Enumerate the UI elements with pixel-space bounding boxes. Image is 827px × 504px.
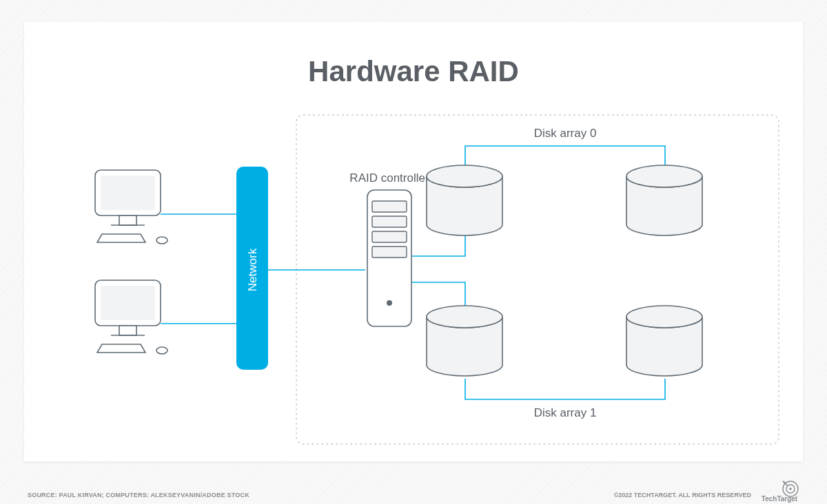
label-raid-controller: RAID controller xyxy=(349,171,429,185)
disk-top-right-icon xyxy=(626,165,702,235)
disk-bottom-right-icon xyxy=(626,306,702,376)
svg-rect-17 xyxy=(119,326,136,335)
svg-point-19 xyxy=(156,347,167,354)
diagram-stage: Disk array 0 Disk array 1 RAID controlle… xyxy=(24,22,803,461)
bracket-array1 xyxy=(465,379,665,399)
svg-point-7 xyxy=(626,165,702,187)
label-network: Network xyxy=(246,248,259,291)
svg-point-14 xyxy=(156,237,167,244)
svg-rect-4 xyxy=(372,246,407,258)
svg-point-6 xyxy=(427,165,502,187)
svg-rect-3 xyxy=(372,231,407,242)
svg-rect-16 xyxy=(101,286,155,320)
svg-text:TechTarget: TechTarget xyxy=(762,495,798,503)
label-disk-array-1: Disk array 1 xyxy=(534,406,597,419)
techtarget-logo: TechTarget xyxy=(756,479,803,503)
svg-rect-1 xyxy=(372,201,407,212)
svg-point-22 xyxy=(789,487,792,490)
svg-rect-12 xyxy=(119,216,136,225)
label-disk-array-0: Disk array 0 xyxy=(534,127,597,140)
svg-point-8 xyxy=(427,306,502,328)
disk-bottom-left-icon xyxy=(427,306,502,376)
computer-bottom-icon xyxy=(95,280,167,354)
bracket-array0 xyxy=(465,146,665,167)
disk-top-left-icon xyxy=(427,165,502,235)
svg-rect-2 xyxy=(372,216,407,227)
svg-point-5 xyxy=(387,300,392,306)
computer-top-icon xyxy=(95,170,167,244)
svg-rect-11 xyxy=(101,176,155,210)
svg-point-9 xyxy=(626,306,702,328)
raid-controller-icon xyxy=(367,190,411,326)
footer-source: SOURCE: PAUL KIRVAN; COMPUTERS: ALEKSEYV… xyxy=(28,492,249,498)
diagram-card: Hardware RAID Disk array 0 Disk array 1 … xyxy=(24,22,803,461)
footer-copyright: ©2022 TECHTARGET. ALL RIGHTS RESERVED xyxy=(614,492,751,498)
